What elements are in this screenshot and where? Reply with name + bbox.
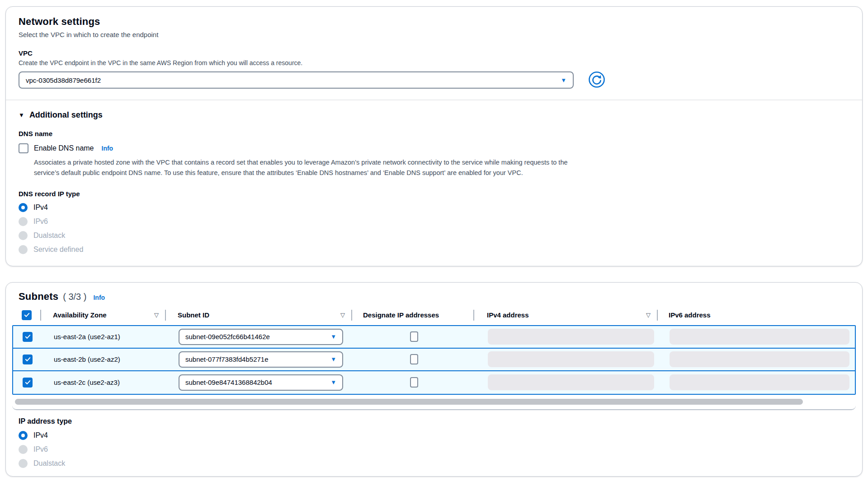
dns-record-ip-type-label: DNS record IP type bbox=[19, 190, 849, 198]
ipv4-address-input bbox=[488, 329, 654, 345]
designate-ip-checkbox[interactable] bbox=[410, 354, 418, 364]
enable-dns-name-row: Enable DNS name Info bbox=[19, 143, 849, 153]
row-checkbox[interactable] bbox=[23, 378, 33, 388]
ip-type-option-ipv4: IPv4 bbox=[19, 431, 849, 440]
radio-label: IPv6 bbox=[33, 445, 48, 454]
designate-ip-cell bbox=[353, 326, 475, 348]
header-cell-availability-zone: Availability Zone ▽ bbox=[41, 305, 166, 325]
dns-record-option-dualstack: Dualstack bbox=[19, 231, 849, 240]
designate-ip-checkbox[interactable] bbox=[410, 377, 418, 388]
availability-zone-cell: us-east-2c (use2-az3) bbox=[42, 371, 167, 394]
ipv6-address-input bbox=[670, 329, 849, 345]
radio-selected-icon[interactable] bbox=[19, 431, 28, 440]
ipv4-address-input bbox=[488, 351, 654, 367]
column-label: Availability Zone bbox=[53, 311, 107, 319]
chevron-down-icon: ▼ bbox=[330, 379, 336, 385]
subnet-select[interactable]: subnet-09e84741368842b04 ▼ bbox=[179, 374, 343, 391]
subnet-id-cell: subnet-09e84741368842b04 ▼ bbox=[167, 371, 353, 394]
additional-settings-toggle[interactable]: ▼ Additional settings bbox=[19, 110, 849, 120]
enable-dns-name-checkbox[interactable] bbox=[19, 143, 28, 153]
radio-label: IPv6 bbox=[33, 217, 48, 226]
radio-label[interactable]: IPv4 bbox=[33, 431, 48, 440]
ip-address-type-label: IP address type bbox=[19, 417, 849, 426]
header-cell-select-all bbox=[12, 305, 41, 325]
radio-label: Dualstack bbox=[33, 459, 65, 468]
scrollbar-thumb[interactable] bbox=[15, 399, 803, 405]
vpc-select[interactable]: vpc-0305d38d879e661f2 ▼ bbox=[19, 71, 574, 89]
availability-zone-value: us-east-2b (use2-az2) bbox=[54, 355, 120, 363]
vpc-label: VPC bbox=[19, 49, 849, 57]
refresh-button[interactable] bbox=[588, 71, 605, 89]
subnet-id-cell: subnet-077f7383fd4b5271e ▼ bbox=[167, 349, 353, 370]
column-label: Designate IP addresses bbox=[363, 311, 439, 319]
radio-selected-icon[interactable] bbox=[19, 203, 28, 212]
header-cell-ipv6: IPv6 address bbox=[658, 305, 856, 325]
subnets-table-header: Availability Zone ▽ Subnet ID ▽ Designat… bbox=[12, 305, 856, 325]
table-row-us-east-2a: us-east-2a (use2-az1) subnet-09e052fc66b… bbox=[13, 326, 855, 349]
refresh-icon bbox=[588, 71, 605, 90]
designate-ip-cell bbox=[353, 371, 475, 394]
ipv6-cell bbox=[659, 326, 855, 348]
row-checkbox[interactable] bbox=[23, 355, 33, 364]
availability-zone-value: us-east-2c (use2-az3) bbox=[54, 378, 120, 386]
sort-icon[interactable]: ▽ bbox=[154, 312, 159, 318]
availability-zone-value: us-east-2a (use2-az1) bbox=[54, 333, 120, 340]
dns-name-info-link[interactable]: Info bbox=[102, 145, 113, 152]
radio-label: Service defined bbox=[33, 246, 83, 254]
row-select-cell bbox=[13, 326, 42, 348]
ipv6-cell bbox=[659, 371, 855, 394]
network-settings-title: Network settings bbox=[19, 16, 849, 28]
subnet-select-value: subnet-09e84741368842b04 bbox=[185, 378, 272, 386]
dns-name-label: DNS name bbox=[19, 130, 849, 137]
header-cell-subnet-id: Subnet ID ▽ bbox=[166, 305, 352, 325]
subnet-select[interactable]: subnet-077f7383fd4b5271e ▼ bbox=[179, 351, 343, 368]
table-row-us-east-2b: us-east-2b (use2-az2) subnet-077f7383fd4… bbox=[13, 349, 855, 371]
ipv4-cell bbox=[475, 326, 659, 348]
subnets-info-link[interactable]: Info bbox=[93, 294, 105, 301]
ip-address-type-group: IPv4 IPv6 Dualstack bbox=[19, 431, 849, 468]
ipv4-address-input bbox=[488, 374, 654, 390]
radio-label[interactable]: IPv4 bbox=[33, 203, 48, 212]
table-row-us-east-2c: us-east-2c (use2-az3) subnet-09e84741368… bbox=[13, 371, 855, 394]
ip-type-option-ipv6: IPv6 bbox=[19, 445, 849, 454]
column-label: Subnet ID bbox=[178, 311, 209, 319]
subnet-id-cell: subnet-09e052fc66b41462e ▼ bbox=[167, 326, 353, 348]
subnet-select[interactable]: subnet-09e052fc66b41462e ▼ bbox=[179, 329, 343, 345]
subnets-table-body: us-east-2a (use2-az1) subnet-09e052fc66b… bbox=[12, 325, 856, 395]
network-settings-subtitle: Select the VPC in which to create the en… bbox=[19, 31, 849, 38]
row-select-cell bbox=[13, 371, 42, 394]
select-all-checkbox[interactable] bbox=[22, 310, 32, 320]
chevron-down-icon: ▼ bbox=[330, 334, 336, 340]
radio-disabled-icon bbox=[19, 459, 28, 468]
sort-icon[interactable]: ▽ bbox=[646, 312, 651, 318]
subnets-header: Subnets ( 3/3 ) Info bbox=[6, 291, 862, 303]
header-cell-designate-ip: Designate IP addresses bbox=[352, 305, 474, 325]
subnets-card: Subnets ( 3/3 ) Info Availability Zone ▽… bbox=[5, 282, 863, 477]
ip-type-option-dualstack: Dualstack bbox=[19, 459, 849, 468]
additional-settings-heading: Additional settings bbox=[29, 110, 103, 120]
radio-disabled-icon bbox=[19, 445, 28, 454]
chevron-down-icon: ▼ bbox=[561, 77, 566, 83]
vpc-select-value: vpc-0305d38d879e661f2 bbox=[26, 76, 101, 84]
ipv4-cell bbox=[475, 371, 659, 394]
dns-name-help-text: Associates a private hosted zone with th… bbox=[34, 157, 579, 178]
column-label: IPv4 address bbox=[487, 311, 529, 319]
dns-record-option-ipv4: IPv4 bbox=[19, 203, 849, 212]
sort-icon[interactable]: ▽ bbox=[340, 312, 345, 318]
radio-label: Dualstack bbox=[33, 232, 65, 240]
network-settings-card: Network settings Select the VPC in which… bbox=[5, 6, 863, 266]
dns-record-option-service-defined: Service defined bbox=[19, 245, 849, 254]
enable-dns-name-checkbox-label[interactable]: Enable DNS name bbox=[34, 144, 94, 152]
subnets-table: Availability Zone ▽ Subnet ID ▽ Designat… bbox=[12, 305, 856, 410]
designate-ip-checkbox[interactable] bbox=[410, 331, 418, 342]
vpc-select-row: vpc-0305d38d879e661f2 ▼ bbox=[19, 71, 849, 89]
row-checkbox[interactable] bbox=[23, 332, 33, 342]
dns-record-ip-type-group: IPv4 IPv6 Dualstack Service defined bbox=[19, 203, 849, 254]
header-cell-ipv4: IPv4 address ▽ bbox=[474, 305, 658, 325]
subnets-count: ( 3/3 ) bbox=[63, 292, 86, 302]
ipv6-cell bbox=[659, 349, 855, 370]
ipv6-address-input bbox=[670, 351, 849, 367]
vpc-description: Create the VPC endpoint in the VPC in th… bbox=[19, 59, 849, 66]
chevron-down-icon: ▼ bbox=[330, 356, 336, 362]
horizontal-scrollbar bbox=[12, 395, 856, 409]
